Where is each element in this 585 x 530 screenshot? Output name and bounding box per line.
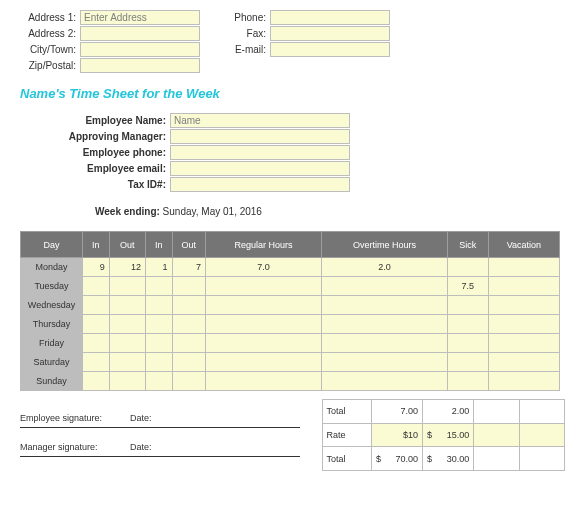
zip-label: Zip/Postal: xyxy=(20,60,80,71)
emp-sig-label: Employee signature: xyxy=(20,413,130,423)
header-regular: Regular Hours xyxy=(205,232,321,258)
row-friday: Friday xyxy=(21,334,560,353)
week-ending-label: Week ending: xyxy=(95,206,160,217)
email-input[interactable] xyxy=(270,42,390,57)
day-fri: Friday xyxy=(21,334,83,353)
mgr-sig-line xyxy=(20,456,300,457)
row-sunday: Sunday xyxy=(21,372,560,391)
tue-ot[interactable] xyxy=(322,277,448,296)
row-saturday: Saturday xyxy=(21,353,560,372)
row-wednesday: Wednesday xyxy=(21,296,560,315)
emp-email-input[interactable] xyxy=(170,161,350,176)
fax-label: Fax: xyxy=(230,28,270,39)
summary-table: Total 7.00 2.00 Rate $10 $15.00 Total $7… xyxy=(322,399,565,471)
address1-input[interactable]: Enter Address xyxy=(80,10,200,25)
rate-reg[interactable]: $10 xyxy=(371,423,422,447)
address2-input[interactable] xyxy=(80,26,200,41)
mon-in1[interactable]: 9 xyxy=(83,258,110,277)
address1-label: Address 1: xyxy=(20,12,80,23)
rate-sick[interactable] xyxy=(474,423,519,447)
emp-manager-input[interactable] xyxy=(170,129,350,144)
total-ot: 2.00 xyxy=(423,400,474,424)
total-sick xyxy=(474,400,519,424)
mon-sick[interactable] xyxy=(447,258,488,277)
day-tue: Tuesday xyxy=(21,277,83,296)
tue-reg[interactable] xyxy=(205,277,321,296)
tue-out2[interactable] xyxy=(172,277,205,296)
city-label: City/Town: xyxy=(20,44,80,55)
header-out2: Out xyxy=(172,232,205,258)
week-ending: Week ending: Sunday, May 01, 2016 xyxy=(95,206,565,217)
phone-input[interactable] xyxy=(270,10,390,25)
header-vacation: Vacation xyxy=(488,232,559,258)
day-sun: Sunday xyxy=(21,372,83,391)
grand-reg: $70.00 xyxy=(371,447,422,471)
grand-sick xyxy=(474,447,519,471)
tue-vac[interactable] xyxy=(488,277,559,296)
total-label: Total xyxy=(322,400,371,424)
rate-ot[interactable]: $15.00 xyxy=(423,423,474,447)
zip-input[interactable] xyxy=(80,58,200,73)
tue-in2[interactable] xyxy=(145,277,172,296)
mon-ot[interactable]: 2.0 xyxy=(322,258,448,277)
total-vac xyxy=(519,400,564,424)
emp-phone-label: Employee phone: xyxy=(20,147,170,158)
emp-name-label: Employee Name: xyxy=(20,115,170,126)
day-wed: Wednesday xyxy=(21,296,83,315)
address2-label: Address 2: xyxy=(20,28,80,39)
emp-sig-date-label: Date: xyxy=(130,413,170,423)
table-header-row: Day In Out In Out Regular Hours Overtime… xyxy=(21,232,560,258)
emp-phone-input[interactable] xyxy=(170,145,350,160)
rate-vac[interactable] xyxy=(519,423,564,447)
header-overtime: Overtime Hours xyxy=(322,232,448,258)
tue-in1[interactable] xyxy=(83,277,110,296)
employee-section: Employee Name: Name Approving Manager: E… xyxy=(20,113,565,192)
rate-label: Rate xyxy=(322,423,371,447)
contact-block: Address 1: Enter Address Address 2: City… xyxy=(20,10,565,74)
week-ending-value: Sunday, May 01, 2016 xyxy=(163,206,262,217)
header-sick: Sick xyxy=(447,232,488,258)
mgr-sig-label: Manager signature: xyxy=(20,442,130,452)
day-mon: Monday xyxy=(21,258,83,277)
phone-label: Phone: xyxy=(230,12,270,23)
grand-total-label: Total xyxy=(322,447,371,471)
grand-ot: $30.00 xyxy=(423,447,474,471)
mon-out2[interactable]: 7 xyxy=(172,258,205,277)
fax-input[interactable] xyxy=(270,26,390,41)
mon-reg[interactable]: 7.0 xyxy=(205,258,321,277)
total-reg: 7.00 xyxy=(371,400,422,424)
page-title: Name's Time Sheet for the Week xyxy=(20,86,565,101)
emp-email-label: Employee email: xyxy=(20,163,170,174)
emp-name-input[interactable]: Name xyxy=(170,113,350,128)
grand-vac xyxy=(519,447,564,471)
mon-in2[interactable]: 1 xyxy=(145,258,172,277)
row-thursday: Thursday xyxy=(21,315,560,334)
header-out1: Out xyxy=(109,232,145,258)
emp-taxid-input[interactable] xyxy=(170,177,350,192)
mgr-sig-date-label: Date: xyxy=(130,442,170,452)
email-label: E-mail: xyxy=(230,44,270,55)
row-monday: Monday 9 12 1 7 7.0 2.0 xyxy=(21,258,560,277)
emp-manager-label: Approving Manager: xyxy=(20,131,170,142)
header-day: Day xyxy=(21,232,83,258)
tue-out1[interactable] xyxy=(109,277,145,296)
mon-vac[interactable] xyxy=(488,258,559,277)
emp-taxid-label: Tax ID#: xyxy=(20,179,170,190)
emp-sig-line xyxy=(20,427,300,428)
header-in1: In xyxy=(83,232,110,258)
timesheet-table: Day In Out In Out Regular Hours Overtime… xyxy=(20,231,560,391)
signature-block: Employee signature: Date: Manager signat… xyxy=(20,399,322,471)
tue-sick[interactable]: 7.5 xyxy=(447,277,488,296)
header-in2: In xyxy=(145,232,172,258)
city-input[interactable] xyxy=(80,42,200,57)
mon-out1[interactable]: 12 xyxy=(109,258,145,277)
day-thu: Thursday xyxy=(21,315,83,334)
day-sat: Saturday xyxy=(21,353,83,372)
row-tuesday: Tuesday 7.5 xyxy=(21,277,560,296)
